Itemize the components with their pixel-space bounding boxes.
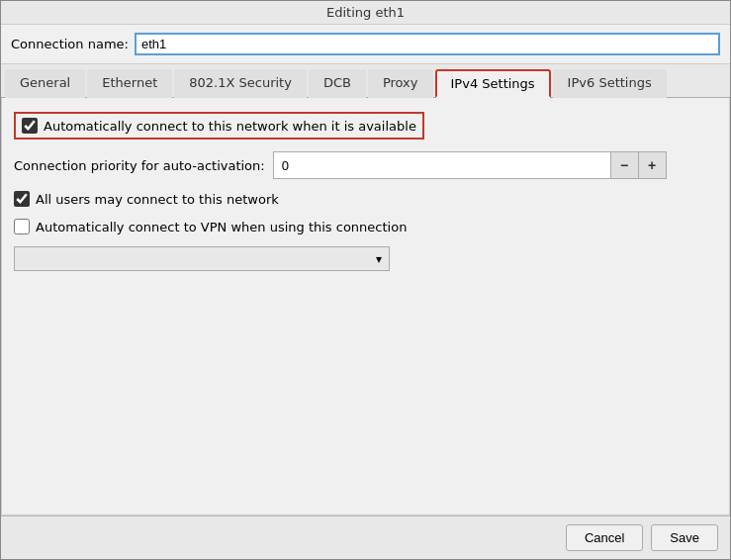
auto-vpn-checkbox[interactable] [14,219,30,234]
vpn-select-wrapper [14,246,390,271]
priority-plus-button[interactable]: + [638,152,666,178]
auto-vpn-label: Automatically connect to VPN when using … [36,220,407,234]
all-users-label: All users may connect to this network [36,192,279,207]
priority-label: Connection priority for auto-activation: [14,158,265,173]
tab-ipv4-settings[interactable]: IPv4 Settings [435,69,551,98]
tab-general[interactable]: General [5,69,85,98]
tab-dcb[interactable]: DCB [309,69,366,98]
tab-proxy[interactable]: Proxy [368,69,433,98]
tab-ipv6-settings[interactable]: IPv6 Settings [553,69,667,98]
connection-name-row: Connection name: [1,25,730,64]
tabs-bar: General Ethernet 802.1X Security DCB Pro… [1,64,730,98]
bottom-bar: Cancel Save [1,515,730,559]
all-users-checkbox[interactable] [14,191,30,207]
priority-row: Connection priority for auto-activation:… [14,151,717,179]
connection-name-input[interactable] [135,33,720,55]
save-button[interactable]: Save [651,524,718,551]
auto-connect-row: Automatically connect to this network wh… [14,112,424,140]
tab-ethernet[interactable]: Ethernet [87,69,172,98]
auto-connect-checkbox[interactable] [22,118,38,134]
priority-minus-button[interactable]: − [610,152,638,178]
priority-input-group: − + [273,151,667,179]
content-spacer [14,283,717,501]
tab-8021x-security[interactable]: 802.1X Security [174,69,307,98]
auto-vpn-row: Automatically connect to VPN when using … [14,219,717,234]
priority-value-input[interactable] [274,155,610,176]
vpn-select[interactable] [14,246,390,271]
cancel-button[interactable]: Cancel [566,524,643,551]
auto-connect-label: Automatically connect to this network wh… [44,119,416,134]
content-area: Automatically connect to this network wh… [1,98,730,515]
connection-name-label: Connection name: [11,37,129,51]
title-bar: Editing eth1 [1,1,730,25]
all-users-row: All users may connect to this network [14,191,717,207]
